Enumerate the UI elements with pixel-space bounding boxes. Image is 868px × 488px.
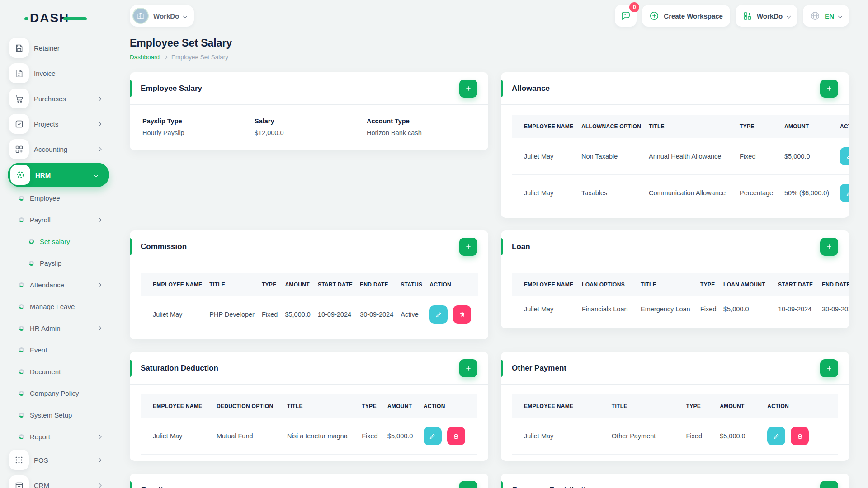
sidebar-item-pos[interactable]: POS xyxy=(0,447,115,473)
column-header: START DATE xyxy=(318,273,360,296)
table-cell: Emergency Loan xyxy=(641,296,700,322)
retainer-icon xyxy=(9,38,29,58)
table-row: Juliet May Taxables Communication Allowa… xyxy=(512,175,849,211)
sidebar-item-system-setup[interactable]: System Setup xyxy=(0,404,115,426)
workdo-menu-button[interactable]: WorkDo xyxy=(736,5,797,27)
edit-button[interactable] xyxy=(840,184,849,202)
sidebar-item-label: HR Admin xyxy=(30,324,61,332)
cards-grid: Employee Salary Payslip Type Hourly Pays… xyxy=(130,72,849,488)
sidebar-item-projects[interactable]: Projects xyxy=(0,111,115,136)
sidebar-item-manage-leave[interactable]: Manage Leave xyxy=(0,296,115,317)
add-company-contribution-button[interactable] xyxy=(820,481,838,488)
bullet-icon xyxy=(19,282,24,287)
brand-logo[interactable]: DASH xyxy=(30,11,89,26)
add-commission-button[interactable] xyxy=(459,238,477,256)
column-header: ACTION xyxy=(767,394,838,418)
messages-button[interactable]: 0 xyxy=(615,5,637,27)
column-header: TYPE xyxy=(262,273,285,296)
create-workspace-button[interactable]: Create Workspace xyxy=(642,5,730,27)
column-header: AMOUNT xyxy=(784,115,840,138)
column-header: TYPE xyxy=(686,394,720,418)
chevron-right-icon xyxy=(97,96,102,101)
sidebar-item-attendance[interactable]: Attendance xyxy=(0,274,115,296)
delete-button[interactable] xyxy=(453,305,471,324)
field-label: Payslip Type xyxy=(142,117,255,125)
edit-button[interactable] xyxy=(429,305,448,324)
sidebar-item-label: Event xyxy=(30,346,47,354)
column-header: AMOUNT xyxy=(720,394,767,418)
table-cell: Other Payment xyxy=(612,418,686,455)
sidebar-item-employee[interactable]: Employee xyxy=(0,187,115,209)
workspace-selector[interactable]: WorkDo xyxy=(130,5,194,27)
sidebar-item-accounting[interactable]: Accounting xyxy=(0,136,115,162)
card-title: Saturation Deduction xyxy=(141,364,218,373)
edit-button[interactable] xyxy=(424,427,442,445)
column-header: TYPE xyxy=(700,273,723,296)
add-saturation-deduction-button[interactable] xyxy=(459,359,477,377)
sidebar-item-payroll[interactable]: Payroll xyxy=(0,209,115,230)
table-row: Juliet May Non Taxable Annual Health All… xyxy=(512,138,849,175)
sidebar-item-hr-admin[interactable]: HR Admin xyxy=(0,317,115,339)
delete-button[interactable] xyxy=(791,427,809,445)
add-overtime-button[interactable] xyxy=(459,481,477,488)
sidebar-item-purchases[interactable]: Purchases xyxy=(0,86,115,111)
delete-button[interactable] xyxy=(447,427,465,445)
sidebar-item-hrm[interactable]: HRM xyxy=(8,163,109,187)
field-value: Hourly Payslip xyxy=(142,129,255,136)
table-scroll-region[interactable]: EMPLOYEE NAME LOAN OPTIONS TITLE TYPE LO… xyxy=(512,273,849,322)
table-cell: Fixed xyxy=(262,296,285,333)
breadcrumb-home-link[interactable]: Dashboard xyxy=(130,54,160,61)
allowance-table: EMPLOYEE NAME ALLOWNACE OPTION TITLE TYP… xyxy=(512,115,849,211)
card-header: Employee Salary xyxy=(130,72,488,105)
edit-button[interactable] xyxy=(767,427,785,445)
sidebar-item-report[interactable]: Report xyxy=(0,426,115,447)
table-cell: $5,000.0 xyxy=(720,418,767,455)
language-code: EN xyxy=(825,12,834,20)
sidebar-item-label: Retainer xyxy=(34,44,60,52)
topbar-actions: 0 Create Workspace WorkDo EN xyxy=(615,5,849,27)
sidebar-item-document[interactable]: Document xyxy=(0,361,115,382)
column-header: EMPLOYEE NAME xyxy=(512,273,582,296)
sidebar-item-company-policy[interactable]: Company Policy xyxy=(0,382,115,404)
table-cell: 30-09-2024 xyxy=(360,296,401,333)
bullet-icon xyxy=(19,326,24,331)
add-employee-salary-button[interactable] xyxy=(459,80,477,98)
sidebar-item-event[interactable]: Event xyxy=(0,339,115,361)
sidebar-item-set-salary[interactable]: Set salary xyxy=(0,230,115,252)
card-title: Commission xyxy=(141,242,187,251)
sidebar-item-payslip[interactable]: Payslip xyxy=(0,252,115,274)
table-cell: $5,000.0 xyxy=(784,138,840,175)
table-cell: Juliet May xyxy=(512,138,581,175)
field-value: $12,000.0 xyxy=(255,129,367,136)
bullet-icon xyxy=(19,196,24,201)
table-cell-actions xyxy=(840,175,849,211)
sidebar-item-label: Attendance xyxy=(30,281,64,289)
chevron-right-icon xyxy=(97,458,102,462)
sidebar-item-crm[interactable]: CRM xyxy=(0,473,115,488)
column-header: EMPLOYEE NAME xyxy=(141,273,209,296)
field-salary: Salary $12,000.0 xyxy=(255,117,367,136)
chevron-down-icon xyxy=(787,14,791,18)
table-header-row: EMPLOYEE NAME DEDUCTION OPTION TITLE TYP… xyxy=(141,394,477,418)
edit-button[interactable] xyxy=(840,147,849,165)
sidebar-item-retainer[interactable]: Retainer xyxy=(0,35,115,61)
sidebar-item-label: Company Policy xyxy=(30,389,79,397)
add-loan-button[interactable] xyxy=(820,238,838,256)
table-header-row: EMPLOYEE NAME TITLE TYPE AMOUNT START DA… xyxy=(141,273,478,296)
card-body: EMPLOYEE NAME TITLE TYPE AMOUNT START DA… xyxy=(130,263,488,339)
chevron-down-icon xyxy=(838,14,843,18)
sidebar-item-label: Invoice xyxy=(34,70,56,77)
sidebar-item-invoice[interactable]: Invoice xyxy=(0,61,115,86)
field-label: Salary xyxy=(255,117,367,125)
sidebar-item-label: Employee xyxy=(30,194,60,202)
language-selector[interactable]: EN xyxy=(803,5,849,27)
card-body: EMPLOYEE NAME LOAN OPTIONS TITLE TYPE LO… xyxy=(501,263,849,328)
add-other-payment-button[interactable] xyxy=(820,359,838,377)
table-row: Juliet May Other Payment Fixed $5,000.0 xyxy=(512,418,838,455)
add-allowance-button[interactable] xyxy=(820,80,838,98)
column-header: START DATE xyxy=(778,273,822,296)
bullet-icon xyxy=(19,413,24,418)
sidebar-item-label: Purchases xyxy=(34,95,66,103)
sidebar-item-label: Document xyxy=(30,368,61,375)
table-scroll-region[interactable]: EMPLOYEE NAME ALLOWNACE OPTION TITLE TYP… xyxy=(512,115,849,211)
